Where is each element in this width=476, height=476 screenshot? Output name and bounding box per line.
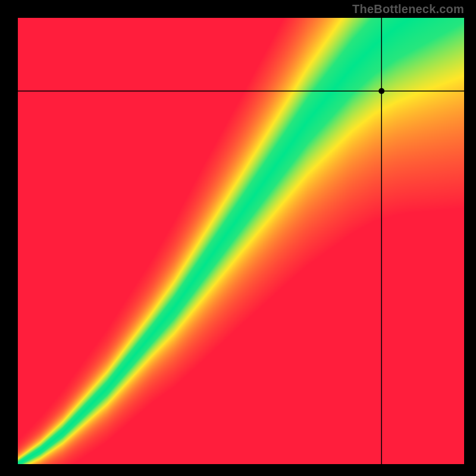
watermark-text: TheBottleneck.com	[352, 2, 464, 16]
chart-container: TheBottleneck.com	[0, 0, 476, 476]
bottleneck-heatmap	[0, 0, 476, 476]
